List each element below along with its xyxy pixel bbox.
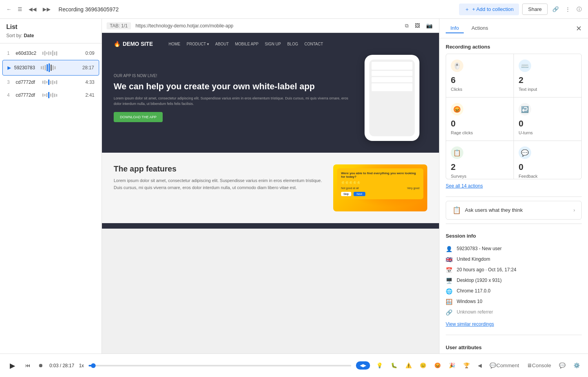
recording-item-4[interactable]: 4 cd7772df 2:41 xyxy=(2,89,99,101)
speed-label: 1x xyxy=(79,363,84,368)
surveys-label: Surveys xyxy=(451,174,466,179)
tab-actions[interactable]: Actions xyxy=(467,23,493,33)
feedback-label: Feedback xyxy=(519,174,537,179)
tab-info[interactable]: Info xyxy=(446,23,464,33)
session-country-row: 🇬🇧 United Kingdom xyxy=(446,254,582,265)
rec-duration: 4:33 xyxy=(80,79,94,85)
text-input-label: Text input xyxy=(519,87,537,92)
phone-feature: Your site is instantly responsive xyxy=(372,62,412,70)
link-icon-button[interactable]: 🔗 xyxy=(551,5,561,14)
skip-toggle-button[interactable]: ◀▶ xyxy=(356,361,370,370)
ask-users-row[interactable]: 📋 Ask users what they think › xyxy=(446,201,582,220)
features-body: Lorem ipsum dolor sit amet, consectetur … xyxy=(114,177,325,191)
settings-icon-button[interactable]: ⚙️ xyxy=(572,361,582,370)
play-pause-button[interactable]: ▶ xyxy=(6,359,19,372)
help-button[interactable]: ⓘ xyxy=(575,4,583,14)
website-nav-links: HOME PRODUCT ▾ ABOUT MOBILE APP SIGN UP … xyxy=(169,42,323,46)
skip-back-button[interactable]: ⏮ xyxy=(24,361,32,370)
surveys-count: 2 xyxy=(451,162,456,172)
hero-body: Lorem ipsum dolor sit amet, consectetur … xyxy=(114,96,349,106)
session-info-title: Session info xyxy=(446,233,582,239)
close-panel-button[interactable]: ✕ xyxy=(576,24,582,33)
emoji-icon-button[interactable]: 😐 xyxy=(418,361,428,370)
main-layout: List Sort by: Date 1 e60d33c2 0:09 ▶ 592… xyxy=(0,19,588,354)
clicks-label: Clicks xyxy=(451,87,462,92)
next-recording-button[interactable]: ▶▶ xyxy=(41,5,52,14)
phone-mockup: Your site is instantly responsive Ready … xyxy=(365,55,419,141)
rage-clicks-count: 0 xyxy=(451,119,456,129)
session-os: Windows 10 xyxy=(457,298,482,305)
rec-num: 4 xyxy=(7,92,13,98)
rec-bars xyxy=(42,51,76,56)
prev-recording-button[interactable]: ◀◀ xyxy=(27,5,38,14)
right-panel-header: Info Actions ✕ xyxy=(439,19,588,38)
session-device-row: 🖥️ Desktop (1920 x 931) xyxy=(446,275,582,286)
rec-duration: 2:41 xyxy=(80,92,94,98)
action-cell-feedback: 💬 0 Feedback xyxy=(514,141,581,179)
console-button[interactable]: 🖥 Console xyxy=(525,361,553,370)
session-os-row: 🪟 Windows 10 xyxy=(446,296,582,307)
video-content: 🔥 DEMO SITE HOME PRODUCT ▾ ABOUT MOBILE … xyxy=(102,33,439,354)
share-button[interactable]: Share xyxy=(522,4,548,15)
see-all-actions-link[interactable]: See all 14 actions xyxy=(439,179,588,193)
rage-icon-button[interactable]: 😡 xyxy=(433,361,443,370)
recording-item-3[interactable]: 3 cd7772df 4:33 xyxy=(2,76,99,88)
flag-icon: 🇬🇧 xyxy=(446,256,453,263)
action-cell-clicks: 🖱️ 6 Clicks xyxy=(446,54,514,97)
lightbulb-icon-button[interactable]: 💡 xyxy=(375,361,385,370)
session-device: Desktop (1920 x 931) xyxy=(457,277,502,284)
view-similar-link[interactable]: View similar recordings xyxy=(439,317,588,331)
recording-item-2[interactable]: ▶ 59230783 28:17 xyxy=(2,60,99,76)
camera-icon-button[interactable]: 📷 xyxy=(425,21,434,31)
phone-screen: Your site is instantly responsive Ready … xyxy=(369,60,415,136)
u-turns-icon-wrap: ↩️ xyxy=(519,103,531,115)
menu-button[interactable]: ☰ xyxy=(16,5,24,14)
session-country: United Kingdom xyxy=(457,256,490,263)
clicks-icon-wrap: 🖱️ xyxy=(451,60,463,72)
browser-icon: 🌐 xyxy=(446,288,453,294)
nav-back-button[interactable]: ◀ xyxy=(476,361,483,370)
warning-icon-button[interactable]: ⚠️ xyxy=(404,361,414,370)
rec-id: 59230783 xyxy=(14,65,38,70)
monitor-icon: 🖥️ xyxy=(446,278,453,284)
ask-users-text: Ask users what they think xyxy=(465,207,573,213)
divider-3 xyxy=(446,335,582,335)
website-mockup: 🔥 DEMO SITE HOME PRODUCT ▾ ABOUT MOBILE … xyxy=(102,33,439,229)
features-image: Were you able to find everything you wer… xyxy=(333,164,427,211)
phone-feature: Customizable xyxy=(372,77,412,82)
copy-icon-button[interactable]: ⧉ xyxy=(403,21,410,31)
action-cell-text-input: ⌨️ 2 Text input xyxy=(514,54,581,97)
skip-toggle-icon: ◀▶ xyxy=(360,363,366,368)
screenshot-icon-button[interactable]: 🖼 xyxy=(413,21,421,31)
action-cell-u-turns: ↩️ 0 U-turns xyxy=(514,97,581,141)
more-options-button[interactable]: ⋮ xyxy=(564,5,572,14)
rec-bars xyxy=(42,79,76,85)
recording-item-1[interactable]: 1 e60d33c2 0:09 xyxy=(2,47,99,59)
divider-2 xyxy=(446,224,582,224)
session-browser: Chrome 117.0.0 xyxy=(457,288,490,294)
record-button[interactable]: ⏺ xyxy=(36,361,45,370)
comment-button[interactable]: 💬 Comment xyxy=(488,361,521,370)
tab-url: https://technology-demo.hotjar.com/mobil… xyxy=(136,23,399,29)
timeline-bar[interactable] xyxy=(89,365,351,366)
bug-icon-button[interactable]: 🐛 xyxy=(389,361,399,370)
rec-duration: 28:17 xyxy=(79,65,94,70)
trophy-icon-button[interactable]: 🏆 xyxy=(462,361,472,370)
download-button[interactable]: DOWNLOAD THE APP xyxy=(114,112,163,122)
tab-icons: ⧉ 🖼 📷 xyxy=(403,21,434,31)
bottom-controls: ▶ ⏮ ⏺ 0:03 / 28:17 1x ◀▶ 💡 🐛 ⚠️ 😐 😡 🎉 🏆 … xyxy=(0,354,588,377)
feedback-icon-button[interactable]: 💬 xyxy=(557,361,567,370)
confetti-icon-button[interactable]: 🎉 xyxy=(447,361,457,370)
os-icon: 🪟 xyxy=(446,299,453,305)
toolbar-icons: 💡 🐛 ⚠️ 😐 😡 🎉 🏆 ◀ 💬 Comment 🖥 Console 💬 ⚙… xyxy=(375,361,582,370)
phone-content: Your site is instantly responsive Ready … xyxy=(369,60,415,95)
back-button[interactable]: ← xyxy=(5,5,13,14)
rec-bars xyxy=(41,63,76,72)
text-input-count: 2 xyxy=(519,75,523,85)
rec-id: cd7772df xyxy=(16,92,39,98)
survey-icon: 📋 xyxy=(452,206,461,215)
session-user-id: 59230783 - New user xyxy=(457,245,502,252)
topbar: ← ☰ ◀◀ ▶▶ Recording 36963605972 ＋ + Add … xyxy=(0,0,588,19)
recording-list-sidebar: List Sort by: Date 1 e60d33c2 0:09 ▶ 592… xyxy=(0,19,102,354)
add-collection-button[interactable]: ＋ + Add to collection xyxy=(459,4,519,15)
